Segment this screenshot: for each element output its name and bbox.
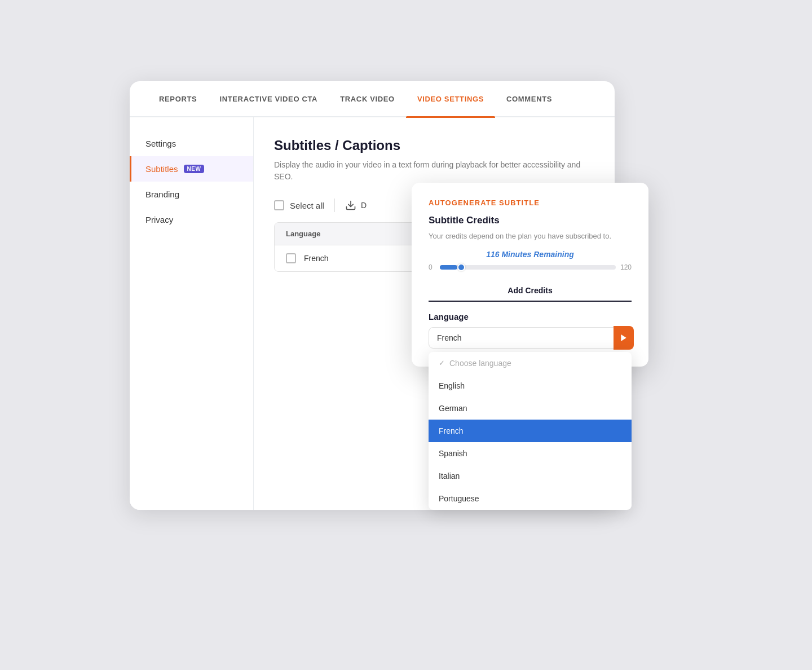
select-all-checkbox[interactable]	[274, 200, 284, 210]
progress-min: 0	[429, 263, 435, 271]
autogenerate-submit-button[interactable]	[614, 326, 634, 350]
select-all-text: Select all	[290, 201, 324, 210]
download-icon	[345, 200, 356, 211]
sidebar-item-privacy[interactable]: Privacy	[130, 207, 253, 232]
tab-track-video[interactable]: TRACK VIDEO	[329, 81, 406, 117]
sidebar-item-branding[interactable]: Branding	[130, 182, 253, 207]
autogenerate-card: AUTOGENERATE SUBTITLE Subtitle Credits Y…	[412, 183, 648, 367]
scene: REPORTS INTERACTIVE VIDEO CTA TRACK VIDE…	[96, 59, 716, 611]
tab-interactive-video-cta[interactable]: INTERACTIVE VIDEO CTA	[208, 81, 329, 117]
placeholder-checkmark: ✓	[439, 359, 445, 367]
dropdown-item-portuguese[interactable]: Portuguese	[429, 487, 632, 510]
language-dropdown-container: French ✓ Choose language English German …	[429, 327, 632, 349]
dropdown-item-english[interactable]: English	[429, 374, 632, 397]
selected-language-text: French	[437, 333, 462, 342]
dropdown-item-italian[interactable]: Italian	[429, 465, 632, 487]
tab-video-settings[interactable]: VIDEO SETTINGS	[406, 81, 495, 117]
sidebar-item-subtitles[interactable]: Subtitles NEW	[130, 156, 253, 182]
toolbar-divider	[334, 199, 335, 212]
subtitle-credits-title: Subtitle Credits	[429, 215, 632, 226]
download-button[interactable]: D	[345, 200, 367, 211]
new-badge: NEW	[184, 165, 205, 173]
language-dropdown-selected[interactable]: French	[429, 327, 632, 349]
dropdown-item-placeholder[interactable]: ✓ Choose language	[429, 352, 632, 374]
language-dropdown-menu[interactable]: ✓ Choose language English German French …	[429, 352, 632, 510]
svg-marker-1	[621, 334, 626, 341]
dropdown-item-spanish[interactable]: Spanish	[429, 442, 632, 465]
tab-comments[interactable]: COMMENTS	[495, 81, 563, 117]
progress-bar-fill	[440, 265, 457, 270]
content-description: Display the audio in your video in a tex…	[274, 159, 594, 183]
add-credits-button[interactable]: Add Credits	[429, 280, 632, 302]
credits-description: Your credits depend on the plan you have…	[429, 231, 632, 242]
dropdown-item-french[interactable]: French	[429, 420, 632, 442]
sidebar-item-settings[interactable]: Settings	[130, 131, 253, 156]
page-title: Subtitles / Captions	[274, 138, 594, 153]
row-language-french: French	[304, 254, 329, 263]
progress-dot	[457, 263, 465, 271]
select-all-label[interactable]: Select all	[274, 200, 324, 210]
autogenerate-section-title: AUTOGENERATE SUBTITLE	[429, 199, 632, 207]
progress-row: 0 120	[429, 263, 632, 271]
language-label: Language	[429, 312, 632, 321]
progress-max: 120	[620, 263, 632, 271]
sidebar: Settings Subtitles NEW Branding Privacy	[130, 117, 254, 510]
minutes-remaining: 116 Minutes Remaining	[429, 250, 632, 259]
play-icon	[619, 333, 628, 342]
tabs-bar: REPORTS INTERACTIVE VIDEO CTA TRACK VIDE…	[130, 81, 615, 117]
dropdown-item-german[interactable]: German	[429, 397, 632, 420]
progress-bar	[440, 265, 616, 270]
row-checkbox-french[interactable]	[286, 253, 296, 263]
tab-reports[interactable]: REPORTS	[148, 81, 208, 117]
